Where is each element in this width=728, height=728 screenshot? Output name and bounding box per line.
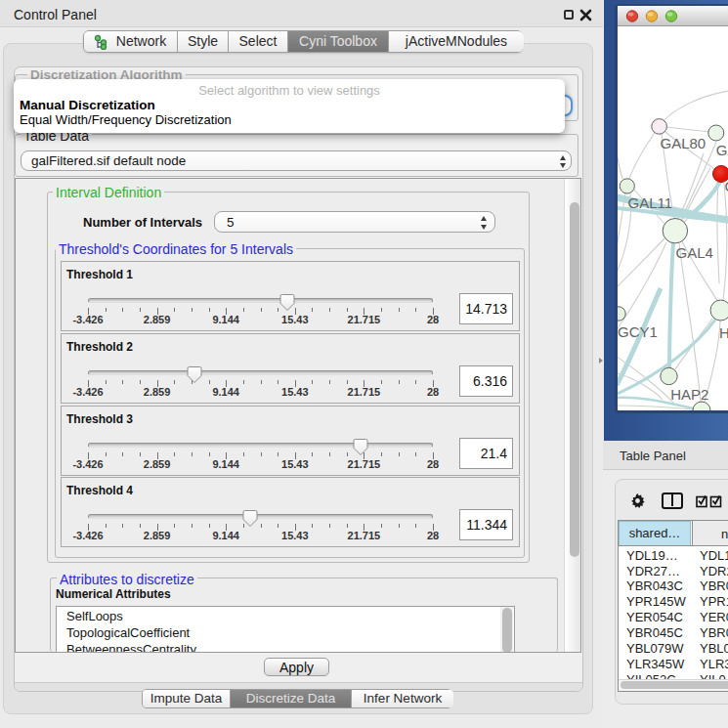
svg-text:H: H	[719, 324, 728, 341]
svg-text:GAL11: GAL11	[628, 194, 673, 211]
svg-text:GCY1: GCY1	[618, 323, 658, 340]
svg-text:GA: GA	[716, 142, 728, 158]
svg-text:C: C	[725, 178, 728, 194]
svg-text:GAL4: GAL4	[676, 244, 713, 261]
svg-text:HAP2: HAP2	[670, 386, 708, 403]
svg-text:GAL80: GAL80	[661, 135, 707, 151]
